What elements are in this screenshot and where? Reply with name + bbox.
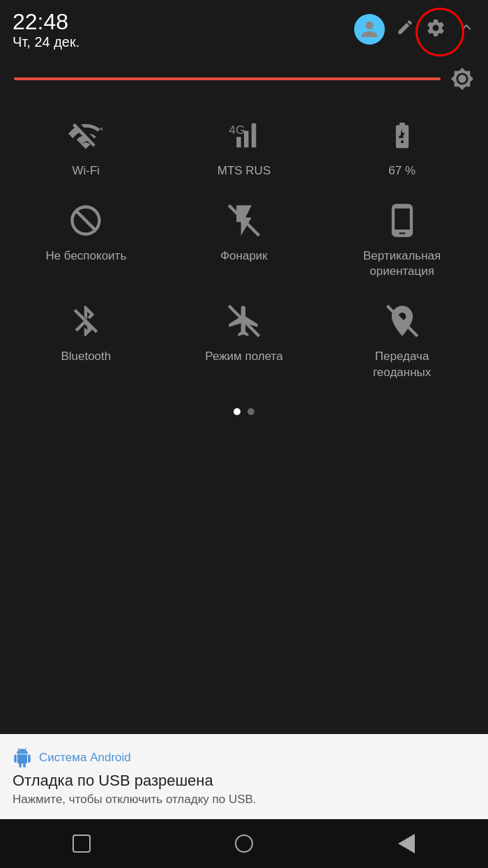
page-dot-1 [234,408,241,415]
status-bar: 22:48 Чт, 24 дек. [0,0,488,57]
quick-settings-grid: Wi-Fi 4G MTS RUS 67 % [0,100,488,401]
status-icons [354,10,475,45]
page-dot-2 [247,408,254,415]
qs-tile-wifi[interactable]: Wi-Fi [23,114,148,179]
brightness-sun-icon [450,67,474,91]
mts-label: MTS RUS [218,163,271,179]
qs-tile-location[interactable]: Передача геоданных [340,300,465,380]
airplane-label: Режим полета [205,349,282,364]
home-button[interactable] [223,823,265,865]
battery-charge-icon [381,114,423,156]
edit-icon[interactable] [396,18,414,41]
nav-bar [0,819,488,868]
qs-row-1: Wi-Fi 4G MTS RUS 67 % [0,107,488,193]
battery-label: 67 % [388,163,415,179]
qs-tile-bluetooth[interactable]: Bluetooth [23,300,148,380]
notif-title: Отладка по USB разрешена [13,772,475,790]
back-icon [398,834,415,853]
qs-tile-mts[interactable]: 4G MTS RUS [181,114,307,179]
notif-body: Нажмите, чтобы отключить отладку по USB. [13,793,475,807]
dnd-icon [65,200,107,241]
bluetooth-off-icon [65,300,107,342]
qs-tile-flashlight[interactable]: Фонарик [181,200,307,279]
qs-tile-airplane[interactable]: Режим полета [181,300,307,380]
avatar-icon[interactable] [354,14,385,45]
home-icon [235,835,253,853]
location-label: Передача геоданных [373,349,431,380]
flashlight-icon [223,200,265,241]
qs-tile-rotation[interactable]: Вертикальная ориентация [340,200,465,279]
back-button[interactable] [386,823,427,865]
dnd-label: Не беспокоить [45,248,126,264]
flashlight-label: Фонарик [220,248,268,264]
recent-apps-button[interactable] [61,823,102,865]
brightness-slider-row[interactable] [0,57,488,100]
bluetooth-label: Bluetooth [61,349,111,364]
svg-text:4G: 4G [229,123,245,137]
time: 22:48 [13,10,79,34]
rotation-icon [381,200,423,241]
chevron-up-icon[interactable] [457,18,475,41]
date: Чт, 24 дек. [13,34,79,50]
android-icon [13,748,32,768]
notification-header: Система Android [13,748,475,768]
qs-tile-dnd[interactable]: Не беспокоить [23,200,148,279]
settings-gear-container[interactable] [425,17,446,41]
brightness-track[interactable] [14,77,441,80]
wifi-label: Wi-Fi [73,163,100,179]
location-off-icon [381,300,423,342]
qs-row-3: Bluetooth Режим полета Передача геоданны… [0,293,488,394]
wifi-off-icon [65,114,107,156]
status-time-date: 22:48 Чт, 24 дек. [13,10,79,50]
notification-panel[interactable]: Система Android Отладка по USB разрешена… [0,734,488,819]
notif-app-name: Система Android [39,751,131,765]
airplane-off-icon [223,300,265,342]
recent-apps-icon [73,835,91,853]
qs-tile-battery[interactable]: 67 % [340,114,465,179]
rotation-label: Вертикальная ориентация [363,248,441,279]
signal-4g-icon: 4G [223,114,265,156]
page-dots [0,401,488,429]
qs-row-2: Не беспокоить Фонарик Вертикальная ориен… [0,193,488,293]
